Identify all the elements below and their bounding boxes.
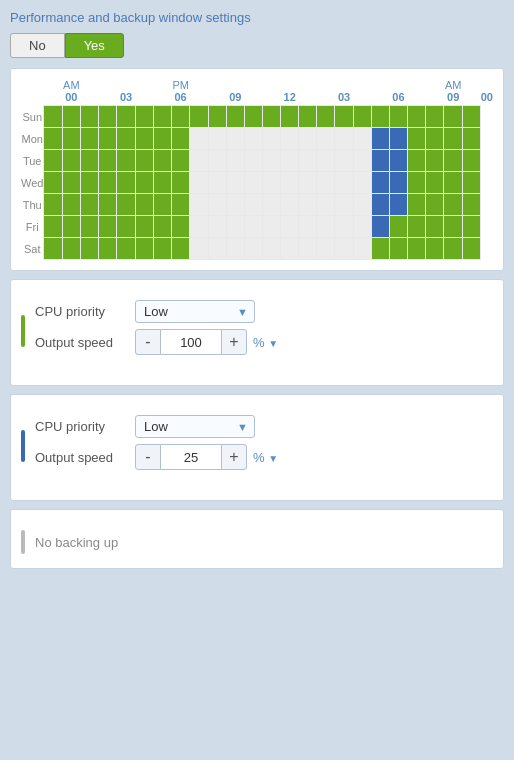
calendar-cell[interactable]: [299, 238, 317, 260]
calendar-cell[interactable]: [335, 238, 353, 260]
calendar-cell[interactable]: [353, 128, 371, 150]
calendar-cell[interactable]: [317, 216, 335, 238]
calendar-cell[interactable]: [62, 194, 80, 216]
calendar-cell[interactable]: [99, 216, 117, 238]
calendar-cell[interactable]: [135, 150, 153, 172]
calendar-cell[interactable]: [171, 172, 189, 194]
calendar-cell[interactable]: [190, 172, 208, 194]
toggle-yes-button[interactable]: Yes: [65, 33, 124, 58]
calendar-cell[interactable]: [153, 172, 171, 194]
calendar-cell[interactable]: [190, 194, 208, 216]
calendar-cell[interactable]: [281, 106, 299, 128]
calendar-cell[interactable]: [353, 216, 371, 238]
calendar-cell[interactable]: [44, 106, 62, 128]
calendar-cell[interactable]: [389, 172, 407, 194]
green-speed-minus-button[interactable]: -: [135, 329, 161, 355]
calendar-cell[interactable]: [426, 172, 444, 194]
calendar-cell[interactable]: [262, 150, 280, 172]
calendar-cell[interactable]: [444, 172, 462, 194]
calendar-cell[interactable]: [44, 128, 62, 150]
calendar-cell[interactable]: [81, 106, 99, 128]
calendar-cell[interactable]: [335, 128, 353, 150]
calendar-cell[interactable]: [353, 106, 371, 128]
calendar-cell[interactable]: [299, 172, 317, 194]
calendar-cell[interactable]: [353, 238, 371, 260]
calendar-cell[interactable]: [371, 194, 389, 216]
calendar-cell[interactable]: [117, 172, 135, 194]
calendar-cell[interactable]: [99, 194, 117, 216]
calendar-cell[interactable]: [99, 150, 117, 172]
calendar-cell[interactable]: [153, 106, 171, 128]
calendar-cell[interactable]: [99, 128, 117, 150]
calendar-cell[interactable]: [62, 150, 80, 172]
calendar-cell[interactable]: [299, 106, 317, 128]
calendar-cell[interactable]: [317, 194, 335, 216]
calendar-cell[interactable]: [407, 238, 425, 260]
calendar-cell[interactable]: [426, 194, 444, 216]
calendar-cell[interactable]: [117, 216, 135, 238]
calendar-cell[interactable]: [208, 128, 226, 150]
calendar-cell[interactable]: [226, 172, 244, 194]
calendar-cell[interactable]: [81, 194, 99, 216]
calendar-cell[interactable]: [262, 128, 280, 150]
calendar-cell[interactable]: [117, 238, 135, 260]
calendar-cell[interactable]: [281, 216, 299, 238]
calendar-cell[interactable]: [117, 106, 135, 128]
calendar-cell[interactable]: [462, 194, 481, 216]
calendar-cell[interactable]: [190, 128, 208, 150]
calendar-cell[interactable]: [462, 216, 481, 238]
calendar-cell[interactable]: [190, 106, 208, 128]
calendar-cell[interactable]: [335, 172, 353, 194]
calendar-cell[interactable]: [99, 238, 117, 260]
calendar-cell[interactable]: [353, 150, 371, 172]
calendar-cell[interactable]: [244, 128, 262, 150]
calendar-cell[interactable]: [317, 150, 335, 172]
calendar-cell[interactable]: [226, 106, 244, 128]
calendar-cell[interactable]: [299, 150, 317, 172]
calendar-cell[interactable]: [208, 194, 226, 216]
calendar-cell[interactable]: [407, 194, 425, 216]
calendar-cell[interactable]: [262, 172, 280, 194]
calendar-cell[interactable]: [208, 216, 226, 238]
calendar-cell[interactable]: [353, 172, 371, 194]
calendar-cell[interactable]: [81, 216, 99, 238]
calendar-cell[interactable]: [62, 172, 80, 194]
calendar-cell[interactable]: [262, 194, 280, 216]
blue-speed-minus-button[interactable]: -: [135, 444, 161, 470]
calendar-cell[interactable]: [171, 150, 189, 172]
calendar-cell[interactable]: [407, 106, 425, 128]
calendar-cell[interactable]: [281, 128, 299, 150]
calendar-cell[interactable]: [44, 216, 62, 238]
calendar-cell[interactable]: [171, 238, 189, 260]
calendar-cell[interactable]: [317, 106, 335, 128]
calendar-cell[interactable]: [444, 216, 462, 238]
calendar-cell[interactable]: [226, 150, 244, 172]
green-speed-plus-button[interactable]: +: [221, 329, 247, 355]
calendar-cell[interactable]: [262, 238, 280, 260]
calendar-cell[interactable]: [462, 150, 481, 172]
calendar-cell[interactable]: [135, 216, 153, 238]
calendar-cell[interactable]: [208, 238, 226, 260]
calendar-cell[interactable]: [62, 216, 80, 238]
calendar-cell[interactable]: [244, 150, 262, 172]
calendar-cell[interactable]: [317, 128, 335, 150]
calendar-cell[interactable]: [208, 150, 226, 172]
calendar-cell[interactable]: [389, 194, 407, 216]
calendar-cell[interactable]: [99, 172, 117, 194]
calendar-cell[interactable]: [462, 128, 481, 150]
blue-cpu-select[interactable]: Low Normal High: [135, 415, 255, 438]
calendar-cell[interactable]: [371, 172, 389, 194]
calendar-cell[interactable]: [462, 172, 481, 194]
calendar-cell[interactable]: [371, 150, 389, 172]
calendar-cell[interactable]: [44, 172, 62, 194]
calendar-cell[interactable]: [44, 194, 62, 216]
green-cpu-select[interactable]: Low Normal High: [135, 300, 255, 323]
calendar-cell[interactable]: [190, 150, 208, 172]
calendar-cell[interactable]: [244, 238, 262, 260]
calendar-cell[interactable]: [62, 128, 80, 150]
calendar-cell[interactable]: [281, 238, 299, 260]
calendar-cell[interactable]: [444, 106, 462, 128]
calendar-cell[interactable]: [44, 238, 62, 260]
toggle-no-button[interactable]: No: [10, 33, 65, 58]
calendar-cell[interactable]: [262, 216, 280, 238]
